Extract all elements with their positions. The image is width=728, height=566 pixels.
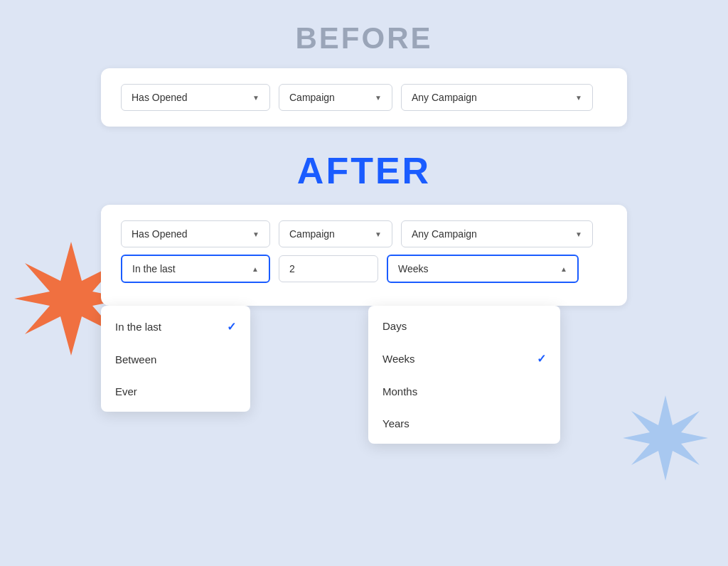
timeframe-check-icon: ✓ [227, 320, 236, 333]
after-type-dropdown[interactable]: Campaign ▼ [279, 220, 392, 247]
after-timeframe-chevron: ▲ [252, 265, 259, 273]
before-campaign-label: Any Campaign [412, 92, 477, 103]
before-action-dropdown[interactable]: Has Opened ▼ [121, 84, 270, 111]
before-card: Has Opened ▼ Campaign ▼ Any Campaign ▼ [101, 68, 627, 127]
svg-marker-1 [623, 395, 708, 481]
timeframe-option-between[interactable]: Between [101, 343, 250, 375]
after-number-input[interactable]: 2 [279, 255, 378, 282]
timeframe-option-between-label: Between [115, 353, 156, 365]
unit-option-days-label: Days [382, 320, 407, 332]
unit-option-years[interactable]: Years [368, 407, 560, 439]
unit-option-months[interactable]: Months [368, 375, 560, 407]
unit-option-months-label: Months [382, 385, 417, 397]
after-type-label: Campaign [289, 228, 335, 240]
unit-option-weeks-label: Weeks [382, 353, 415, 365]
after-unit-label: Weeks [398, 263, 429, 274]
after-unit-dropdown[interactable]: Weeks ▲ [387, 255, 579, 283]
after-timeframe-dropdown[interactable]: In the last ▲ [121, 255, 270, 283]
timeframe-dropdown-menu: In the last ✓ Between Ever [101, 306, 250, 412]
before-action-label: Has Opened [132, 92, 188, 103]
unit-option-years-label: Years [382, 417, 410, 429]
timeframe-option-in-the-last[interactable]: In the last ✓ [101, 310, 250, 343]
page-wrapper: BEFORE Has Opened ▼ Campaign ▼ Any Campa… [0, 0, 728, 566]
after-timeframe-label: In the last [132, 263, 176, 274]
after-action-dropdown[interactable]: Has Opened ▼ [121, 220, 270, 247]
after-campaign-label: Any Campaign [412, 228, 477, 240]
after-title: AFTER [297, 149, 431, 192]
dropdowns-open-row: In the last ✓ Between Ever Days Weeks ✓ … [101, 306, 627, 444]
unit-check-icon: ✓ [537, 352, 546, 365]
after-filter-row-1: Has Opened ▼ Campaign ▼ Any Campaign ▼ [121, 220, 607, 247]
timeframe-option-in-the-last-label: In the last [115, 321, 161, 333]
after-filter-row-2: In the last ▲ 2 Weeks ▲ [121, 255, 607, 283]
after-card: Has Opened ▼ Campaign ▼ Any Campaign ▼ I… [101, 205, 627, 306]
after-unit-chevron: ▲ [560, 265, 567, 273]
timeframe-option-ever-label: Ever [115, 385, 137, 397]
after-number-value: 2 [289, 263, 295, 274]
before-campaign-dropdown[interactable]: Any Campaign ▼ [401, 84, 593, 111]
before-campaign-chevron: ▼ [575, 94, 582, 102]
after-type-chevron: ▼ [375, 230, 382, 238]
before-action-chevron: ▼ [252, 94, 259, 102]
before-filter-row: Has Opened ▼ Campaign ▼ Any Campaign ▼ [121, 84, 607, 111]
before-type-dropdown[interactable]: Campaign ▼ [279, 84, 392, 111]
unit-option-days[interactable]: Days [368, 310, 560, 342]
after-campaign-chevron: ▼ [575, 230, 582, 238]
timeframe-option-ever[interactable]: Ever [101, 375, 250, 407]
unit-dropdown-menu: Days Weeks ✓ Months Years [368, 306, 560, 444]
starburst-blue-icon [623, 395, 708, 481]
before-type-chevron: ▼ [375, 94, 382, 102]
after-campaign-dropdown[interactable]: Any Campaign ▼ [401, 220, 593, 247]
after-action-chevron: ▼ [252, 230, 259, 238]
before-type-label: Campaign [289, 92, 335, 103]
unit-option-weeks[interactable]: Weeks ✓ [368, 342, 560, 375]
after-action-label: Has Opened [132, 228, 188, 240]
before-title: BEFORE [295, 21, 432, 55]
